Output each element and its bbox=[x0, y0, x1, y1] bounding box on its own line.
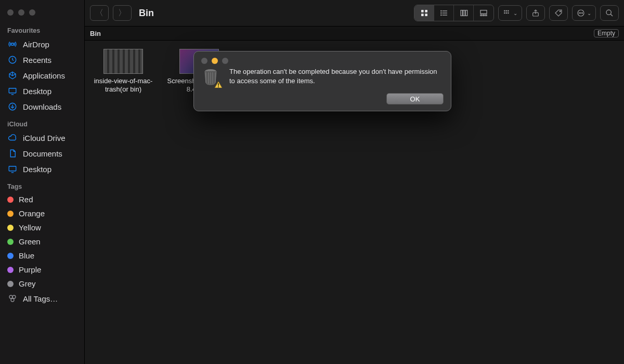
chevron-down-icon: ⌄ bbox=[513, 10, 517, 16]
file-name: inside-view-of-mac-trash(or bin) bbox=[90, 77, 157, 94]
cloud-icon bbox=[7, 133, 18, 143]
svg-rect-10 bbox=[421, 14, 424, 16]
svg-rect-25 bbox=[504, 10, 505, 11]
sidebar-tag-purple[interactable]: Purple bbox=[0, 263, 84, 277]
apps-icon bbox=[7, 70, 18, 81]
file-item[interactable]: inside-view-of-mac-trash(or bin) bbox=[90, 49, 157, 94]
share-button[interactable] bbox=[526, 5, 545, 21]
svg-point-35 bbox=[580, 12, 581, 13]
tags-header: Tags bbox=[0, 177, 84, 192]
sidebar-item-label: Orange bbox=[19, 209, 45, 218]
svg-point-6 bbox=[12, 295, 16, 298]
svg-line-38 bbox=[610, 14, 613, 16]
sidebar-item-label: Grey bbox=[19, 279, 36, 288]
sidebar-item-icloud-desktop[interactable]: Desktop bbox=[0, 161, 84, 177]
sidebar-item-label: AirDrop bbox=[23, 40, 49, 49]
tags-button[interactable] bbox=[549, 5, 568, 21]
ok-button[interactable]: OK bbox=[386, 93, 444, 105]
all-tags-icon bbox=[7, 293, 18, 304]
minimize-window-button[interactable] bbox=[18, 9, 24, 16]
sidebar-item-downloads[interactable]: Downloads bbox=[0, 99, 84, 114]
dialog-message: The operation can't be completed because… bbox=[229, 67, 444, 88]
svg-rect-27 bbox=[508, 10, 509, 11]
gallery-view-button[interactable] bbox=[474, 5, 493, 21]
sidebar-item-label: iCloud Drive bbox=[23, 134, 66, 142]
desktop-icon bbox=[7, 164, 18, 174]
icon-view-button[interactable] bbox=[414, 5, 434, 21]
sidebar-item-all-tags[interactable]: All Tags… bbox=[0, 291, 84, 306]
trash-warning-icon bbox=[201, 67, 222, 88]
svg-rect-30 bbox=[508, 12, 509, 14]
svg-rect-2 bbox=[9, 88, 16, 93]
forward-button[interactable]: 〉 bbox=[113, 5, 132, 21]
image-thumbnail bbox=[103, 49, 143, 74]
sidebar-item-label: Recents bbox=[23, 56, 51, 64]
svg-point-32 bbox=[560, 11, 561, 12]
sidebar-item-label: Yellow bbox=[19, 223, 41, 232]
close-window-button[interactable] bbox=[7, 9, 14, 16]
tag-dot-icon bbox=[7, 239, 14, 245]
sidebar-tag-grey[interactable]: Grey bbox=[0, 277, 84, 291]
sidebar-item-documents[interactable]: Documents bbox=[0, 146, 84, 161]
sidebar-item-desktop[interactable]: Desktop bbox=[0, 83, 84, 99]
dialog-zoom-button[interactable] bbox=[222, 58, 228, 64]
toolbar-right: ⌄ ⌄ bbox=[414, 5, 619, 21]
window-controls bbox=[0, 4, 84, 21]
sidebar-item-label: Purple bbox=[19, 265, 41, 274]
svg-point-36 bbox=[582, 12, 582, 13]
sidebar-item-airdrop[interactable]: AirDrop bbox=[0, 36, 84, 52]
list-view-button[interactable] bbox=[434, 5, 454, 21]
svg-rect-23 bbox=[483, 15, 485, 16]
svg-point-15 bbox=[440, 10, 441, 11]
sidebar-item-applications[interactable]: Applications bbox=[0, 68, 84, 83]
view-switcher bbox=[414, 5, 494, 21]
svg-rect-21 bbox=[480, 10, 487, 14]
svg-rect-29 bbox=[506, 12, 507, 14]
svg-rect-41 bbox=[218, 86, 219, 87]
svg-rect-28 bbox=[504, 12, 505, 14]
empty-bin-button[interactable]: Empty bbox=[594, 29, 619, 37]
action-menu-button[interactable]: ⌄ bbox=[572, 5, 596, 21]
chevron-right-icon: 〉 bbox=[118, 8, 126, 19]
svg-rect-20 bbox=[465, 10, 467, 16]
sidebar-tag-red[interactable]: Red bbox=[0, 192, 84, 206]
path-location: Bin bbox=[90, 30, 101, 37]
tag-dot-icon bbox=[7, 281, 14, 287]
group-by-button[interactable]: ⌄ bbox=[498, 5, 522, 21]
sidebar-item-label: Downloads bbox=[23, 102, 61, 111]
svg-rect-40 bbox=[218, 83, 219, 86]
icloud-header: iCloud bbox=[0, 114, 84, 130]
desktop-icon bbox=[7, 86, 18, 96]
dialog-close-button[interactable] bbox=[201, 58, 207, 64]
tag-dot-icon bbox=[7, 253, 14, 259]
tag-dot-icon bbox=[7, 197, 14, 203]
column-view-button[interactable] bbox=[454, 5, 474, 21]
sidebar-item-icloud-drive[interactable]: iCloud Drive bbox=[0, 130, 84, 146]
dialog-minimize-button[interactable] bbox=[212, 58, 218, 64]
svg-rect-9 bbox=[425, 10, 427, 12]
sidebar-item-recents[interactable]: Recents bbox=[0, 52, 84, 68]
svg-point-16 bbox=[440, 12, 441, 13]
tag-dot-icon bbox=[7, 211, 14, 217]
sidebar-item-label: Blue bbox=[19, 251, 34, 260]
sidebar-tag-yellow[interactable]: Yellow bbox=[0, 220, 84, 235]
sidebar-item-label: Green bbox=[19, 237, 41, 246]
zoom-window-button[interactable] bbox=[29, 9, 35, 16]
svg-point-17 bbox=[440, 15, 441, 15]
toolbar-left: 〈 〉 Bin bbox=[90, 5, 154, 21]
downloads-icon bbox=[7, 101, 18, 112]
chevron-down-icon: ⌄ bbox=[587, 10, 591, 16]
sidebar-item-label: Applications bbox=[23, 71, 65, 80]
finder-window: Favourites AirDrop Recents Applications … bbox=[0, 0, 624, 364]
svg-rect-24 bbox=[485, 15, 487, 16]
sidebar-tag-blue[interactable]: Blue bbox=[0, 249, 84, 263]
back-button[interactable]: 〈 bbox=[90, 5, 109, 21]
chevron-left-icon: 〈 bbox=[95, 8, 103, 19]
svg-rect-19 bbox=[463, 10, 464, 16]
svg-rect-4 bbox=[9, 166, 16, 171]
sidebar-tag-orange[interactable]: Orange bbox=[0, 206, 84, 220]
error-dialog: The operation can't be completed because… bbox=[193, 51, 451, 111]
search-button[interactable] bbox=[600, 5, 619, 21]
sidebar-item-label: All Tags… bbox=[23, 294, 58, 303]
sidebar-tag-green[interactable]: Green bbox=[0, 235, 84, 249]
